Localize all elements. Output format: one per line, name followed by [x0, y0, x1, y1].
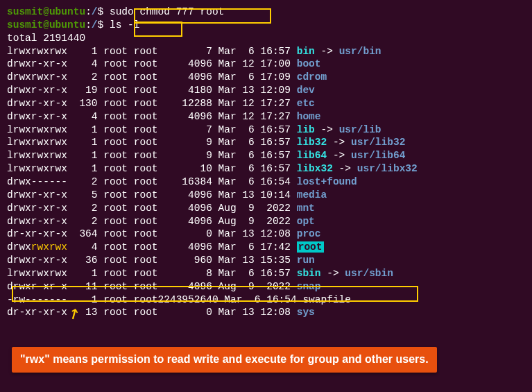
file-group: root — [134, 203, 158, 214]
file-group: root — [134, 85, 158, 96]
link-arrow: -> — [321, 268, 345, 279]
file-perm: lrwxrwxrwx — [7, 124, 67, 135]
file-owner: root — [103, 150, 128, 161]
file-size: 960 — [158, 255, 218, 266]
prompt-host: ubuntu — [49, 6, 85, 17]
file-perm: drwxrwxr-x — [7, 71, 67, 83]
table-row: drwxr-xr-x 11 root root 4096 Aug 9 2022 … — [7, 280, 525, 293]
file-name: home — [297, 111, 321, 122]
file-name: sbin — [297, 268, 321, 279]
link-count: 4 — [67, 58, 103, 69]
link-target: usr/libx32 — [357, 163, 418, 174]
file-group: root — [134, 228, 158, 239]
file-size: 7 — [158, 124, 218, 135]
table-row: dr-xr-xr-x 364 root root 0 Mar 13 12:08 … — [7, 228, 525, 241]
file-listing: lrwxrwxrwx 1 root root 7 Mar 6 16:57 bin… — [7, 45, 525, 320]
file-group: root — [134, 255, 158, 266]
file-perm: drwxr-xr-x — [7, 85, 67, 96]
link-count: 4 — [67, 241, 103, 253]
file-name: lib64 — [297, 150, 327, 161]
file-size: 4096 — [158, 189, 218, 201]
file-group: root — [134, 241, 158, 253]
file-group: root — [134, 163, 158, 174]
link-count: 1 — [67, 124, 103, 135]
table-row: drwxr-xr-x 36 root root 960 Mar 13 15:35… — [7, 254, 525, 267]
file-date: Mar 6 16:57 — [218, 150, 297, 161]
file-date: Mar 13 10:14 — [218, 189, 297, 201]
link-count: 1 — [67, 163, 103, 174]
file-owner: root — [103, 281, 128, 292]
file-owner: root — [103, 203, 128, 214]
file-group: root — [134, 111, 158, 122]
file-owner: root — [103, 216, 128, 227]
file-size: 4096 — [158, 241, 218, 253]
table-row: drwxr-xr-x 19 root root 4180 Mar 13 12:0… — [7, 84, 525, 97]
link-arrow: -> — [315, 46, 339, 57]
link-count: 2 — [67, 203, 103, 214]
file-owner: root — [103, 111, 128, 122]
file-size: 4180 — [158, 85, 218, 96]
link-count: 1 — [67, 294, 103, 305]
file-group: root — [134, 216, 158, 227]
file-date: Mar 6 16:57 — [218, 124, 297, 135]
link-arrow: -> — [333, 163, 357, 174]
file-name: lost+found — [297, 176, 357, 187]
table-row: drwxrwxr-x 2 root root 4096 Mar 6 17:09 … — [7, 71, 525, 84]
file-size: 2243952640 — [158, 294, 225, 305]
file-owner: root — [103, 85, 128, 96]
link-target: usr/sbin — [345, 268, 393, 279]
file-date: Mar 6 16:57 — [218, 46, 297, 57]
file-name: opt — [297, 216, 315, 227]
file-group: root — [134, 58, 158, 69]
prompt-user: susmit — [7, 6, 43, 17]
file-date: Mar 6 16:57 — [218, 163, 297, 174]
file-group: root — [134, 137, 158, 148]
prompt-path: / — [92, 6, 98, 17]
link-count: 2 — [67, 71, 103, 83]
file-name-root: root — [297, 241, 324, 253]
table-row: drwxrwxrwx 4 root root 4096 Mar 6 17:42 … — [7, 241, 525, 254]
file-owner: root — [103, 307, 128, 318]
table-row: lrwxrwxrwx 1 root root 8 Mar 6 16:57 sbi… — [7, 267, 525, 280]
link-count: 2 — [67, 176, 103, 187]
file-date: Mar 13 12:08 — [218, 307, 297, 318]
file-perm: lrwxrwxrwx — [7, 268, 67, 279]
file-date: Mar 6 17:42 — [218, 241, 297, 253]
link-target: usr/lib32 — [351, 137, 405, 148]
file-perm: lrwxrwxrwx — [7, 137, 67, 148]
file-size: 4096 — [158, 111, 218, 122]
file-perm: drwxr-xr-x — [7, 111, 67, 122]
file-group: root — [134, 307, 158, 318]
file-size: 0 — [158, 307, 218, 318]
file-group: root — [134, 71, 158, 83]
file-group: root — [134, 176, 158, 187]
link-count: 1 — [67, 137, 103, 148]
file-date: Mar 6 16:54 — [218, 176, 297, 187]
file-perm: lrwxrwxrwx — [7, 150, 67, 161]
file-perm: drwxr-xr-x — [7, 58, 67, 69]
link-count: 19 — [67, 85, 103, 96]
link-arrow: -> — [327, 150, 351, 161]
table-row: drwxr-xr-x 5 root root 4096 Mar 13 10:14… — [7, 189, 525, 202]
file-name: proc — [297, 228, 321, 239]
table-row: drwxr-xr-x 2 root root 4096 Aug 9 2022 o… — [7, 215, 525, 228]
file-perm: drwx — [7, 241, 31, 253]
file-date: Aug 9 2022 — [218, 203, 297, 214]
table-row: dr-xr-xr-x 13 root root 0 Mar 13 12:08 s… — [7, 306, 525, 319]
file-size: 16384 — [158, 176, 218, 187]
link-count: 130 — [67, 98, 103, 109]
link-count: 36 — [67, 255, 103, 266]
link-count: 5 — [67, 189, 103, 201]
file-owner: root — [103, 71, 128, 83]
file-perm: drwxr-xr-x — [7, 255, 67, 266]
file-owner: root — [103, 294, 128, 305]
file-date: Mar 6 16:54 — [224, 294, 302, 305]
command-1: sudo chmod 777 root — [110, 6, 224, 17]
file-perm: dr-xr-xr-x — [7, 307, 67, 318]
file-group: root — [134, 294, 158, 305]
file-size: 4096 — [158, 281, 218, 292]
file-owner: root — [103, 46, 128, 57]
file-name: media — [297, 189, 327, 201]
link-count: 1 — [67, 150, 103, 161]
file-perm-highlight: rwxrwx — [31, 241, 67, 253]
